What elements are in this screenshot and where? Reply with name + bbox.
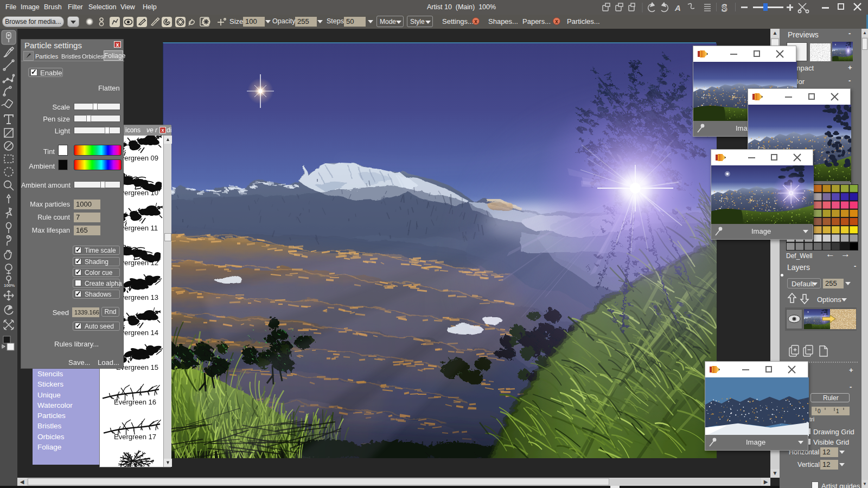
svg-text:0: 0 bbox=[818, 408, 821, 414]
svg-text:100%: 100% bbox=[4, 283, 15, 288]
svg-text:A: A bbox=[674, 3, 681, 12]
svg-text:Evergreen 16: Evergreen 16 bbox=[114, 398, 156, 406]
svg-text:Evergreen 17: Evergreen 17 bbox=[114, 433, 156, 441]
svg-text:1: 1 bbox=[836, 408, 839, 414]
svg-text:S: S bbox=[722, 2, 727, 14]
